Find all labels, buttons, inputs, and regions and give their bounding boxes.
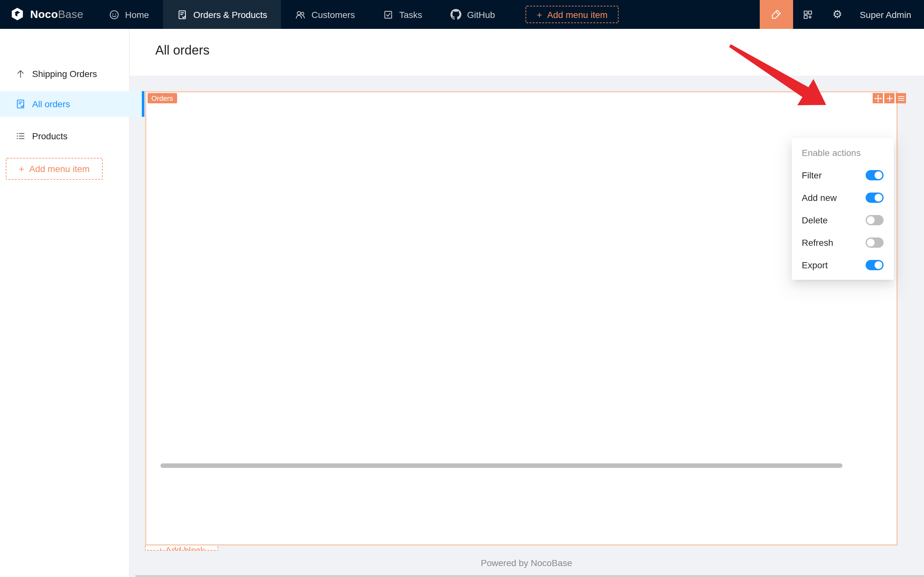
add-menu-item-label: Add menu item [547, 9, 607, 19]
toggle-switch[interactable] [865, 259, 883, 270]
nav-item-label: GitHub [467, 9, 495, 19]
action-label: Refresh [802, 237, 833, 247]
sidebar: Shipping OrdersAll ordersProducts + Add … [0, 29, 130, 577]
block-collection-tag: Orders [148, 93, 177, 103]
form-icon [177, 9, 187, 19]
toggle-switch[interactable] [865, 215, 883, 225]
appstore-add-icon [803, 9, 813, 19]
add-menu-item-label: Add menu item [29, 164, 90, 174]
horizontal-scrollbar-thumb[interactable] [160, 463, 842, 468]
add-block-label: Add block [165, 545, 205, 550]
enable-action-item-add-new[interactable]: Add new [792, 186, 893, 209]
block-menu-button[interactable] [896, 93, 906, 103]
page-header: All orders [129, 29, 924, 76]
navbar-add-menu-item-button[interactable]: + Add menu item [526, 6, 618, 23]
toggle-switch[interactable] [865, 237, 883, 247]
nav-item-label: Home [125, 9, 149, 19]
nav-item-label: Orders & Products [193, 9, 267, 19]
nav-item-label: Tasks [399, 9, 422, 19]
enable-action-item-export[interactable]: Export [792, 253, 893, 276]
sidebar-item-products[interactable]: Products [0, 123, 144, 148]
nav-item-orders-products[interactable]: Orders & Products [163, 0, 281, 29]
enable-actions-dropdown: Enable actions Filter Add new Delete Ref… [792, 138, 893, 280]
team-icon [296, 9, 306, 19]
toggle-switch[interactable] [865, 192, 883, 203]
sidebar-item-all-orders[interactable]: All orders [0, 91, 144, 116]
gear-icon: ⚙ [832, 9, 842, 20]
enable-action-item-refresh[interactable]: Refresh [792, 231, 893, 253]
smile-icon [109, 9, 119, 19]
check-square-icon [383, 9, 393, 19]
plus-icon: + [537, 9, 542, 19]
orders-block [145, 91, 897, 546]
sidebar-item-label: All orders [32, 98, 70, 109]
arrow-up-icon [15, 69, 26, 79]
ui-editor-button[interactable] [760, 0, 793, 29]
action-label: Add new [802, 192, 837, 203]
nav-item-customers[interactable]: Customers [282, 0, 369, 29]
logo-text: NocoBase [30, 8, 84, 21]
action-label: Export [802, 259, 828, 270]
navbar-right: ⚙ Super Admin [760, 0, 924, 29]
pen-icon [771, 9, 782, 20]
plus-icon: + [19, 164, 24, 174]
nocobase-logo[interactable]: NocoBase [0, 0, 95, 29]
plus-icon [885, 94, 893, 102]
plugin-manager-button[interactable] [793, 0, 823, 29]
block-designer-toolbar [872, 93, 906, 103]
move-icon [874, 94, 882, 102]
sidebar-item-shipping-orders[interactable]: Shipping Orders [0, 61, 144, 87]
drag-handle-button[interactable] [872, 93, 883, 103]
settings-button[interactable]: ⚙ [823, 0, 852, 29]
sidebar-item-label: Shipping Orders [32, 69, 97, 79]
add-block-inline-button[interactable] [884, 93, 895, 103]
nav-item-home[interactable]: Home [95, 0, 163, 29]
file-check-icon [15, 98, 26, 109]
dropdown-group-title: Enable actions [792, 142, 893, 164]
plus-icon: + [158, 545, 166, 550]
toggle-switch[interactable] [865, 170, 883, 180]
sidebar-add-menu-item-button[interactable]: + Add menu item [6, 158, 103, 180]
action-label: Filter [802, 170, 822, 180]
nav-item-tasks[interactable]: Tasks [369, 0, 436, 29]
powered-by-footer: Powered by NocoBase [129, 558, 924, 568]
sidebar-item-label: Products [32, 131, 68, 141]
page-title: All orders [155, 43, 209, 58]
user-menu[interactable]: Super Admin [852, 9, 924, 19]
github-icon [451, 9, 461, 20]
main-menu: HomeOrders & ProductsCustomersTasksGitHu… [95, 0, 509, 29]
cube-logo-icon [9, 6, 26, 23]
action-label: Delete [802, 215, 828, 225]
nav-item-github[interactable]: GitHub [436, 0, 509, 29]
bottom-edge-strip [135, 575, 924, 577]
menu-icon [897, 94, 905, 102]
enable-action-item-delete[interactable]: Delete [792, 209, 893, 231]
list-icon [15, 131, 26, 141]
nocobase-app: NocoBase HomeOrders & ProductsCustomersT… [0, 0, 924, 577]
nav-item-label: Customers [312, 9, 355, 19]
enable-action-item-filter[interactable]: Filter [792, 164, 893, 186]
top-navbar: NocoBase HomeOrders & ProductsCustomersT… [0, 0, 924, 29]
